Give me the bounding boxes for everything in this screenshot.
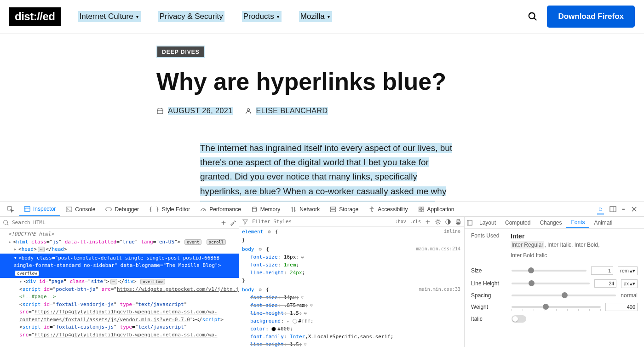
svg-point-14 (252, 207, 256, 208)
tab-changes[interactable]: Changes (535, 217, 566, 228)
tab-network[interactable]: Network (286, 202, 324, 216)
chevron-down-icon: ▾ (276, 14, 280, 19)
article-title: Why are hyperlinks blue? (156, 68, 497, 96)
weight-control[interactable]: Weight 400 (471, 303, 638, 311)
layout-toggle-icon[interactable] (466, 220, 473, 226)
fonts-panel: Fonts Used Inter Inter Regular, Inter It… (465, 229, 644, 330)
tab-debugger[interactable]: Debugger (101, 202, 144, 216)
webpage-viewport: dist://ed Internet Culture▾ Privacy & Se… (0, 0, 644, 202)
more-icon[interactable]: ⋯ (622, 206, 625, 212)
calendar-icon (156, 107, 164, 115)
light-mode-icon[interactable] (435, 219, 441, 225)
svg-rect-8 (24, 206, 30, 211)
search-icon (3, 220, 9, 226)
svg-line-42 (439, 220, 440, 220)
print-mode-icon[interactable] (455, 219, 461, 225)
category-tag[interactable]: DEEP DIVES (156, 46, 205, 58)
article-author: ELISE BLANCHARD (245, 107, 328, 115)
font-family-name: Inter (511, 232, 599, 240)
search-icon[interactable] (528, 12, 538, 22)
tab-console[interactable]: Console (61, 202, 100, 216)
spacing-control[interactable]: Spacing normal (471, 292, 638, 299)
svg-point-0 (529, 13, 535, 19)
svg-rect-22 (599, 208, 601, 210)
svg-line-39 (436, 220, 437, 220)
hov-toggle[interactable]: :hov (395, 219, 406, 224)
svg-line-41 (436, 223, 437, 224)
close-icon[interactable] (631, 206, 638, 213)
italic-control[interactable]: Italic (471, 315, 638, 323)
sidebar-pane: Layout Computed Changes Fonts Animati Fo… (465, 217, 644, 347)
css-rules[interactable]: inlineelement ⚙ {}main.min.css:214body ⚙… (239, 227, 464, 347)
download-firefox-button[interactable]: Download Firefox (547, 6, 635, 28)
article-meta: AUGUST 26, 2021 ELISE BLANCHARD (156, 107, 497, 115)
fonts-used-label: Fonts Used (471, 232, 502, 261)
filter-styles-input[interactable] (252, 219, 391, 225)
add-rule-icon[interactable] (425, 219, 431, 225)
svg-rect-12 (106, 208, 111, 211)
dom-tree[interactable]: <!DOCTYPE html> ▸<html class="js" data-l… (0, 229, 239, 341)
dark-mode-icon[interactable] (445, 219, 451, 225)
site-header: dist://ed Internet Culture▾ Privacy & Se… (0, 0, 644, 34)
responsive-mode-icon[interactable] (597, 208, 604, 214)
site-logo[interactable]: dist://ed (9, 7, 61, 26)
svg-rect-23 (601, 208, 602, 210)
selected-dom-node[interactable]: ▾<body class="post-template-default sing… (0, 254, 239, 278)
svg-rect-2 (157, 109, 163, 114)
dom-pane: <!DOCTYPE html> ▸<html class="js" data-l… (0, 217, 239, 347)
search-html-input[interactable] (12, 220, 218, 226)
nav-products[interactable]: Products▾ (242, 11, 282, 22)
article-body: The internet has ingrained itself into e… (156, 141, 497, 202)
cls-toggle[interactable]: .cls (410, 219, 421, 224)
article: DEEP DIVES Why are hyperlinks blue? AUGU… (147, 46, 497, 202)
svg-rect-19 (421, 207, 423, 208)
devtools-tabs: Inspector Console Debugger { }Style Edit… (0, 202, 644, 217)
dock-side-icon[interactable] (610, 206, 616, 213)
svg-line-40 (439, 223, 440, 224)
svg-line-13 (203, 209, 205, 211)
tab-style-editor[interactable]: { }Style Editor (144, 202, 195, 216)
chevron-down-icon: ▾ (135, 14, 139, 19)
primary-nav: Internet Culture▾ Privacy & Security Pro… (78, 11, 332, 22)
tab-storage[interactable]: Storage (325, 202, 363, 216)
tab-performance[interactable]: Performance (196, 202, 246, 216)
tab-computed[interactable]: Computed (500, 217, 535, 228)
nav-privacy-security[interactable]: Privacy & Security (158, 11, 224, 22)
svg-rect-11 (66, 207, 72, 212)
user-icon (245, 107, 252, 115)
svg-rect-15 (331, 207, 336, 208)
tab-accessibility[interactable]: Accessibility (364, 202, 412, 216)
svg-rect-45 (457, 219, 459, 221)
tab-application[interactable]: Application (414, 202, 459, 216)
italic-toggle[interactable] (512, 315, 526, 323)
tab-memory[interactable]: Memory (247, 202, 285, 216)
article-date: AUGUST 26, 2021 (156, 107, 233, 115)
inspect-element-button[interactable] (3, 202, 18, 216)
svg-line-1 (534, 18, 537, 21)
nav-mozilla[interactable]: Mozilla▾ (299, 11, 332, 22)
styles-pane: :hov .cls inlineelement ⚙ {}main.min.css… (239, 217, 465, 347)
tab-animations[interactable]: Animati (589, 217, 617, 228)
svg-rect-20 (419, 209, 420, 211)
svg-point-34 (437, 220, 439, 223)
tab-inspector[interactable]: Inspector (19, 202, 60, 216)
svg-rect-47 (467, 220, 472, 225)
tab-fonts[interactable]: Fonts (566, 217, 589, 228)
svg-rect-21 (421, 209, 423, 211)
eyedropper-icon[interactable] (230, 220, 236, 226)
tab-layout[interactable]: Layout (475, 217, 500, 228)
chevron-down-icon: ▾ (327, 14, 331, 19)
nav-internet-culture[interactable]: Internet Culture▾ (78, 11, 141, 22)
svg-rect-24 (610, 207, 616, 212)
filter-icon (242, 219, 248, 225)
devtools-panel: Inspector Console Debugger { }Style Edit… (0, 202, 644, 347)
svg-rect-18 (419, 207, 420, 208)
line-height-control[interactable]: Line Height 24 px ▴▾ (471, 279, 638, 288)
add-node-icon[interactable] (220, 220, 227, 226)
font-size-control[interactable]: Size 1 rem ▴▾ (471, 266, 638, 275)
sidebar-tabs: Layout Computed Changes Fonts Animati (465, 217, 644, 229)
svg-line-29 (7, 224, 9, 225)
svg-rect-16 (331, 209, 336, 211)
svg-point-6 (247, 108, 249, 110)
font-variants: Inter Regular, Inter Italic, Inter Bold,… (511, 240, 599, 261)
